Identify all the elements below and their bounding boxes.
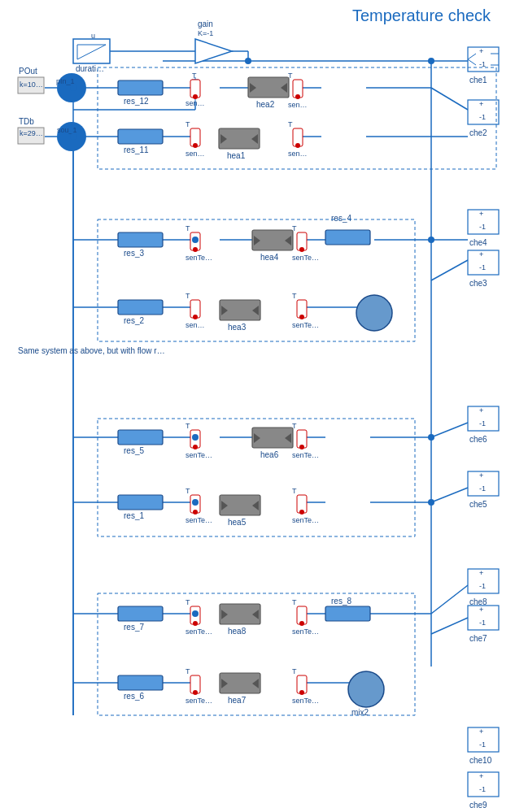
svg-rect-130 — [299, 247, 304, 252]
svg-text:+: + — [479, 100, 483, 108]
svg-text:res_11: res_11 — [124, 145, 149, 154]
svg-text:senTe…: senTe… — [185, 516, 212, 524]
svg-text:hea7: hea7 — [228, 696, 247, 705]
svg-point-248 — [192, 237, 199, 243]
svg-rect-93 — [325, 606, 370, 621]
svg-text:-1: -1 — [479, 740, 486, 749]
svg-rect-53 — [73, 39, 110, 63]
svg-line-51 — [431, 585, 468, 614]
svg-marker-57 — [195, 39, 232, 63]
svg-text:hea1: hea1 — [227, 151, 246, 160]
svg-text:k=10…: k=10… — [20, 80, 43, 89]
svg-text:+: + — [479, 47, 483, 55]
svg-text:-1: -1 — [479, 223, 486, 231]
svg-rect-183 — [193, 690, 198, 695]
svg-text:-1: -1 — [479, 484, 486, 493]
svg-text:senTe…: senTe… — [185, 254, 212, 262]
svg-text:k=29…: k=29… — [20, 129, 43, 137]
svg-rect-134 — [193, 315, 198, 319]
svg-rect-118 — [295, 143, 300, 148]
svg-text:hea5: hea5 — [228, 518, 247, 527]
svg-text:T: T — [292, 224, 297, 232]
svg-text:res_3: res_3 — [124, 249, 144, 258]
svg-text:T: T — [185, 598, 190, 606]
svg-text:+: + — [479, 471, 483, 480]
svg-text:che10: che10 — [469, 756, 492, 765]
svg-point-250 — [192, 499, 199, 506]
svg-text:senTe…: senTe… — [185, 451, 212, 459]
svg-text:senTe…: senTe… — [185, 697, 212, 705]
svg-text:senTe…: senTe… — [292, 321, 319, 329]
svg-text:u: u — [91, 32, 95, 40]
svg-rect-142 — [299, 315, 304, 319]
svg-point-145 — [356, 295, 392, 331]
svg-rect-191 — [299, 690, 304, 695]
svg-text:sen…: sen… — [185, 99, 205, 107]
svg-text:T: T — [292, 667, 297, 675]
svg-line-50 — [431, 488, 468, 502]
svg-text:T: T — [185, 487, 190, 495]
svg-point-249 — [192, 434, 199, 441]
svg-text:-1: -1 — [479, 619, 486, 627]
svg-rect-147 — [193, 445, 198, 449]
svg-text:POut: POut — [19, 67, 37, 76]
svg-rect-77 — [118, 129, 163, 144]
svg-line-52 — [431, 618, 468, 634]
svg-text:hea6: hea6 — [260, 450, 279, 459]
svg-line-48 — [431, 260, 468, 280]
svg-text:+: + — [479, 406, 483, 415]
svg-text:res_8: res_8 — [331, 597, 351, 606]
svg-point-242 — [70, 133, 76, 140]
svg-text:hea3: hea3 — [228, 323, 247, 332]
svg-text:res_7: res_7 — [124, 623, 144, 632]
svg-rect-171 — [193, 621, 198, 626]
svg-text:che3: che3 — [469, 279, 487, 288]
svg-text:T: T — [185, 667, 190, 675]
svg-rect-87 — [118, 606, 163, 621]
svg-text:T: T — [288, 72, 293, 80]
svg-text:sou_1: sou_1 — [57, 126, 77, 134]
svg-text:senTe…: senTe… — [292, 627, 319, 636]
svg-rect-122 — [193, 247, 198, 252]
svg-text:+: + — [479, 569, 483, 577]
svg-text:T: T — [288, 120, 293, 128]
svg-text:senTe…: senTe… — [292, 254, 319, 262]
svg-rect-85 — [118, 495, 163, 510]
svg-text:res_6: res_6 — [124, 692, 144, 701]
svg-text:+: + — [479, 727, 483, 736]
svg-rect-167 — [299, 510, 304, 515]
svg-rect-79 — [118, 232, 163, 247]
svg-text:K=-1: K=-1 — [198, 29, 213, 37]
svg-text:T: T — [185, 120, 190, 128]
svg-point-247 — [428, 499, 434, 506]
diagram-canvas: durati… u gain K=-1 POut k=10… TDb k=29…… — [0, 0, 515, 812]
svg-text:che6: che6 — [469, 435, 487, 444]
svg-text:-1: -1 — [479, 263, 486, 271]
svg-text:senTe…: senTe… — [292, 516, 319, 524]
svg-rect-89 — [118, 675, 163, 690]
svg-text:res_1: res_1 — [124, 511, 144, 520]
svg-text:T: T — [185, 224, 190, 232]
svg-line-49 — [431, 423, 468, 437]
svg-text:T: T — [292, 598, 297, 606]
svg-text:durati…: durati… — [76, 64, 104, 73]
svg-rect-159 — [193, 510, 198, 515]
svg-point-244 — [428, 58, 434, 64]
svg-line-45 — [431, 88, 468, 110]
svg-point-245 — [428, 237, 434, 243]
svg-text:-1: -1 — [479, 113, 486, 121]
svg-text:T: T — [292, 487, 297, 495]
svg-text:che5: che5 — [469, 500, 487, 509]
svg-text:che2: che2 — [469, 128, 487, 137]
svg-text:T: T — [185, 422, 190, 430]
svg-text:res_4: res_4 — [331, 214, 351, 223]
svg-rect-179 — [299, 621, 304, 626]
svg-rect-106 — [295, 94, 300, 99]
svg-text:sen…: sen… — [185, 150, 205, 158]
svg-text:gain: gain — [198, 20, 213, 28]
svg-rect-110 — [193, 143, 198, 148]
svg-text:res_5: res_5 — [124, 446, 144, 455]
svg-text:Same system as above, but with: Same system as above, but with flow r… — [18, 346, 165, 355]
svg-text:senTe…: senTe… — [292, 697, 319, 705]
svg-point-243 — [245, 58, 251, 64]
